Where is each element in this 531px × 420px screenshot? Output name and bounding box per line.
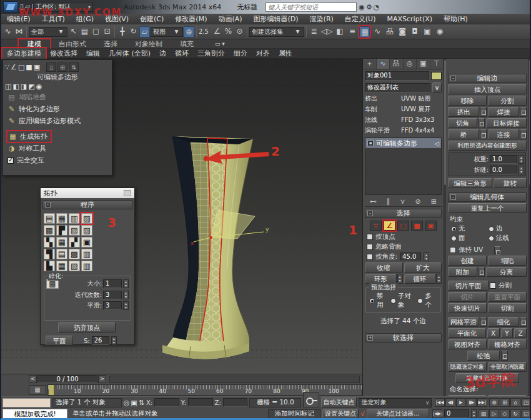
- polygon-mode-icon[interactable]: ■: [26, 63, 32, 71]
- preview-multi-radio[interactable]: 多个: [417, 292, 437, 309]
- ribbon-panel-tab[interactable]: 属性: [274, 48, 297, 59]
- expand-icon[interactable]: +: [367, 335, 373, 341]
- pin-stack-icon[interactable]: ⊷: [370, 198, 377, 206]
- object-color-swatch[interactable]: [431, 72, 442, 80]
- remove-button[interactable]: 移除: [448, 96, 487, 106]
- modifier-button[interactable]: UVW 展开: [401, 105, 441, 114]
- curve-editor-icon[interactable]: ∿: [372, 26, 382, 38]
- menu-item[interactable]: 工具(T): [36, 14, 71, 24]
- smooth-spinner[interactable]: [123, 301, 129, 310]
- reference-coordinate-dropdown[interactable]: 视图 ▾: [151, 27, 183, 37]
- edit-triangulation-button[interactable]: 编辑三角形: [448, 178, 492, 188]
- iterations-field[interactable]: 3: [103, 291, 122, 299]
- slice-button[interactable]: 切片: [448, 292, 487, 302]
- menu-item[interactable]: 动画(A): [212, 14, 247, 24]
- mirror-icon[interactable]: ◁▷: [321, 26, 332, 38]
- menu-item[interactable]: MAXScript(X): [381, 15, 438, 23]
- iterations-spinner[interactable]: [123, 291, 129, 299]
- maxscript-mini-listener[interactable]: [2, 398, 51, 408]
- selection-lock-icon[interactable]: ▣: [131, 399, 137, 407]
- time-slider-track[interactable]: [109, 376, 360, 383]
- constraint-none-radio[interactable]: 无: [451, 224, 486, 233]
- menu-item[interactable]: 图形编辑器(D): [248, 14, 304, 24]
- turn-button[interactable]: 旋转: [494, 178, 527, 188]
- discard-vertices-button[interactable]: 扔弃顶点: [58, 322, 116, 332]
- display-tab[interactable]: ▣: [417, 59, 430, 69]
- slice-plane-button[interactable]: 切片平面: [448, 281, 489, 291]
- vertex-mode-icon[interactable]: ∵: [5, 63, 9, 71]
- attach-button[interactable]: 附加: [448, 267, 477, 277]
- prev-frame-icon[interactable]: ◀▮: [445, 398, 455, 407]
- topology-pattern-button[interactable]: ▨: [81, 225, 92, 236]
- key-filters-button[interactable]: 关键点过滤器...: [367, 409, 429, 419]
- meshsmooth-settings-icon[interactable]: [480, 317, 487, 327]
- quick-slice-button[interactable]: 快速切片: [448, 303, 487, 313]
- constraint-normal-radio[interactable]: 法线: [489, 234, 524, 242]
- percent-snap-icon[interactable]: %: [223, 26, 234, 38]
- smooth-field[interactable]: 3: [103, 301, 122, 310]
- ribbon-panel-tab[interactable]: 修改选择: [46, 48, 82, 59]
- ignore-backfacing-checkbox[interactable]: [367, 244, 373, 250]
- edit-edges-rollout-header[interactable]: - 编辑边: [448, 74, 527, 83]
- apply-editpoly-mode-item[interactable]: ✎ 应用编辑多边形模式: [5, 115, 110, 127]
- workspace-dropdown[interactable]: 工作区: 默认 ▾: [33, 2, 93, 12]
- chamfer-settings-icon[interactable]: [478, 118, 485, 128]
- next-frame-arrow[interactable]: >: [98, 375, 106, 383]
- s-spinner[interactable]: [111, 336, 117, 345]
- bridge-settings-icon[interactable]: [480, 129, 487, 139]
- fov-icon[interactable]: ▥: [479, 409, 489, 418]
- schematic-view-icon[interactable]: 品: [384, 26, 395, 38]
- topology-pattern-button[interactable]: ▤: [44, 213, 55, 224]
- loop-spinner[interactable]: [436, 274, 442, 284]
- modifier-button[interactable]: FFD 4x4x4: [401, 126, 441, 136]
- crease-field[interactable]: 0.0: [490, 166, 517, 174]
- spinner-snap-icon[interactable]: ⊙: [234, 26, 245, 38]
- unlink-selection-icon[interactable]: ⋈: [14, 26, 24, 38]
- planar-z-button[interactable]: Z: [514, 328, 527, 338]
- stack-item-editable-poly[interactable]: ▪ 可编辑多边形 ◁: [365, 138, 441, 148]
- layer-manager-icon[interactable]: ≡: [347, 26, 357, 38]
- full-interactive-checkbox[interactable]: [7, 158, 14, 164]
- ribbon-panel-tab[interactable]: 几何体 (全部): [104, 48, 155, 59]
- topology-pattern-button[interactable]: ▤: [56, 249, 67, 259]
- select-move-icon[interactable]: ╋: [117, 26, 127, 38]
- target-weld-button[interactable]: 目标焊接: [486, 118, 527, 128]
- auto-key-button[interactable]: 自动关键点: [321, 398, 357, 408]
- topology-pattern-button[interactable]: ▜: [44, 249, 55, 259]
- ribbon-panel-tab[interactable]: 边: [155, 48, 171, 59]
- ribbon-tab[interactable]: 自由形式: [50, 39, 95, 49]
- ring-spinner[interactable]: [397, 274, 403, 284]
- constraint-face-radio[interactable]: 面: [451, 234, 486, 242]
- orbit-icon[interactable]: ↻: [510, 409, 520, 418]
- bridge-button[interactable]: 桥: [448, 129, 479, 139]
- collapse-icon[interactable]: -: [367, 211, 373, 216]
- unhide-all-button[interactable]: 全部取消隐藏: [488, 362, 527, 372]
- size-spinner[interactable]: [123, 279, 129, 288]
- select-object-icon[interactable]: ↖: [68, 26, 79, 38]
- connect-button[interactable]: 连接: [488, 129, 519, 139]
- preview-subobject-icon[interactable]: ◧: [12, 82, 19, 91]
- split-button[interactable]: 分割: [488, 96, 527, 106]
- panel-extra-icon[interactable]: ▯: [46, 62, 56, 72]
- angle-snap-icon[interactable]: ∠: [212, 26, 222, 38]
- size-field[interactable]: 1: [103, 279, 122, 288]
- topology-pattern-button[interactable]: ▙: [44, 261, 55, 271]
- topology-pattern-button[interactable]: ▧: [69, 225, 80, 236]
- y-coordinate-field[interactable]: [188, 398, 213, 407]
- panel-expand-icon[interactable]: ⇅: [69, 62, 79, 72]
- pin-stack-icon[interactable]: ◁: [434, 140, 439, 147]
- grid-align-button[interactable]: 栅格对齐: [488, 339, 527, 349]
- edge-subobject-icon[interactable]: ∠: [384, 221, 395, 231]
- search-input[interactable]: [266, 2, 357, 12]
- ribbon-panel-tab[interactable]: 三角剖分: [193, 48, 229, 59]
- modifier-button[interactable]: FFD 3x3x3: [401, 116, 441, 125]
- render-setup-icon[interactable]: ◘: [409, 26, 420, 38]
- ribbon-tab[interactable]: 建模: [19, 39, 50, 49]
- detach-button[interactable]: 分离: [486, 267, 527, 277]
- go-start-icon[interactable]: |◀◀: [435, 398, 445, 407]
- topology-pattern-button[interactable]: ▥: [69, 213, 80, 224]
- ribbon-panel-tab[interactable]: 循环: [171, 48, 193, 59]
- sign-in-icon[interactable]: ◔: [374, 3, 380, 11]
- relax-settings-icon[interactable]: [501, 351, 508, 361]
- open-file-icon[interactable]: ▱: [25, 2, 30, 12]
